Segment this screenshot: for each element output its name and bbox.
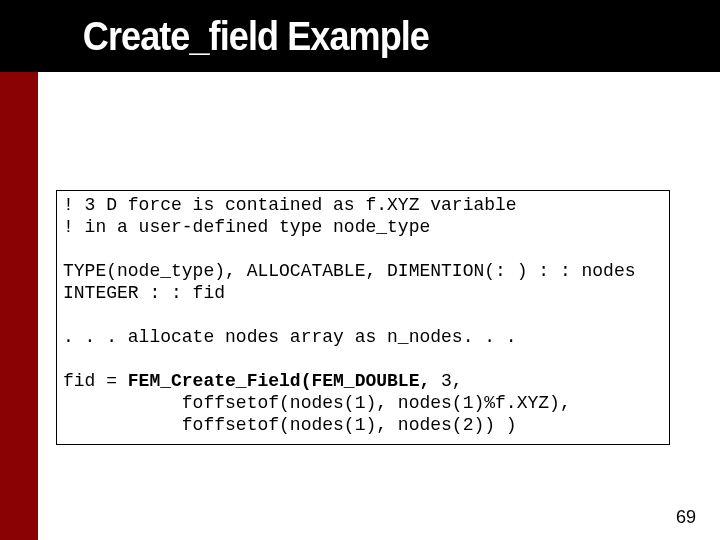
slide-title: Create_field Example	[0, 14, 429, 59]
code-block: ! 3 D force is contained as f.XYZ variab…	[63, 195, 663, 436]
title-bar: Create_field Example	[0, 0, 720, 72]
code-line-5: . . . allocate nodes array as n_nodes. .…	[63, 327, 517, 347]
code-line-7: foffsetof(nodes(1), nodes(1)%f.XYZ),	[63, 393, 571, 413]
code-line-1: ! 3 D force is contained as f.XYZ variab…	[63, 195, 517, 215]
code-line-8: foffsetof(nodes(1), nodes(2)) )	[63, 415, 517, 435]
page-number: 69	[676, 507, 696, 528]
code-box: ! 3 D force is contained as f.XYZ variab…	[56, 190, 670, 445]
code-line-4: INTEGER : : fid	[63, 283, 225, 303]
slide: Create_field Example ! 3 D force is cont…	[0, 0, 720, 540]
code-line-6a: fid =	[63, 371, 128, 391]
code-line-3: TYPE(node_type), ALLOCATABLE, DIMENTION(…	[63, 261, 636, 281]
code-line-6b: FEM_Create_Field(FEM_DOUBLE,	[128, 371, 430, 391]
code-line-6c: 3,	[430, 371, 462, 391]
code-line-2: ! in a user-defined type node_type	[63, 217, 430, 237]
red-sidebar	[0, 72, 38, 540]
